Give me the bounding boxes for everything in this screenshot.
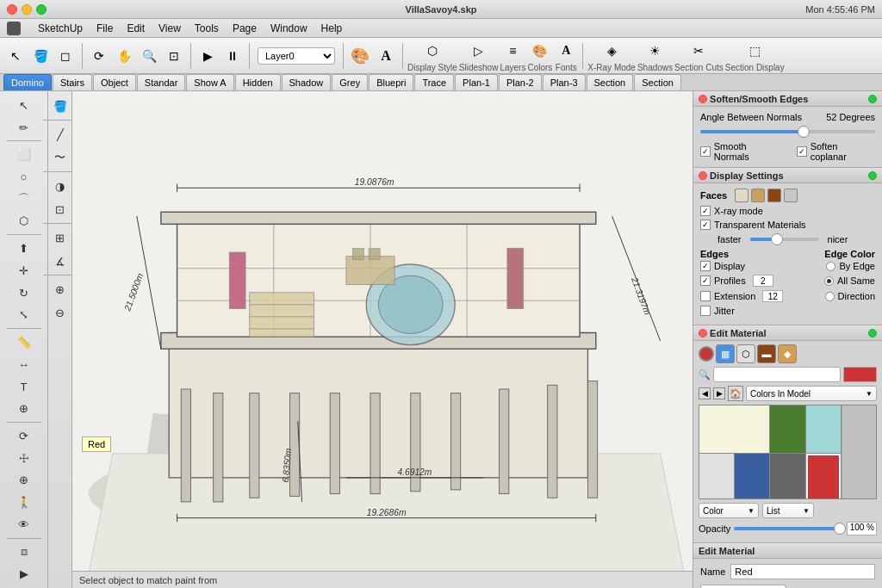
zoom-tool[interactable]: 🔍 <box>137 44 161 68</box>
tab-plan1[interactable]: Plan-1 <box>455 74 498 90</box>
minimize-button[interactable] <box>22 4 32 15</box>
tab-bluepri[interactable]: Bluepri <box>369 74 413 90</box>
extension-input[interactable] <box>762 290 783 302</box>
slider-thumb[interactable] <box>798 126 810 138</box>
tab-object[interactable]: Object <box>93 74 136 90</box>
zoom-out-tool[interactable]: ⊖ <box>49 301 71 324</box>
select-tool[interactable]: ↖ <box>3 44 28 68</box>
zoom-extents-tool[interactable]: ⊡ <box>162 44 186 68</box>
list-dropdown[interactable]: List ▼ <box>762 503 814 518</box>
pan-tool[interactable]: ✋ <box>112 44 136 68</box>
color-model-dropdown[interactable]: Colors In Model ▼ <box>746 386 877 401</box>
dim-tool[interactable]: ↔ <box>13 354 35 375</box>
swatch-light-grey[interactable] <box>699 454 734 499</box>
nav-back-btn[interactable]: ◀ <box>699 387 711 399</box>
section-tool[interactable]: ⧈ <box>13 542 35 563</box>
display-style-btn[interactable]: ⬡ <box>420 39 444 63</box>
font-btn[interactable]: A <box>374 44 398 68</box>
mat-brick-btn[interactable]: ▦ <box>716 344 735 363</box>
profiles-input[interactable] <box>753 275 773 287</box>
rect-tool[interactable]: ⬜ <box>13 144 35 165</box>
menu-edit[interactable]: Edit <box>127 22 145 34</box>
orbit-tool-left[interactable]: ⟳ <box>13 425 35 447</box>
maximize-button[interactable] <box>36 4 47 15</box>
tab-hidden[interactable]: Hidden <box>235 74 281 90</box>
lookaround-tool[interactable]: 👁 <box>13 514 35 535</box>
zoom-tool-left[interactable]: ⊕ <box>13 470 35 492</box>
pushpull-tool[interactable]: ⬆ <box>13 238 35 259</box>
mat-metal-btn[interactable]: ◆ <box>778 344 797 363</box>
nav-forward-btn[interactable]: ▶ <box>713 387 725 399</box>
proto-tool[interactable]: ⊞ <box>49 226 71 249</box>
mat-stone-btn[interactable]: ⬡ <box>736 344 755 363</box>
line-tool[interactable]: ╱ <box>49 123 71 145</box>
pause-btn[interactable]: ⏸ <box>220 44 245 68</box>
fonts-btn[interactable]: A <box>554 39 578 63</box>
tab-domino[interactable]: Domino <box>3 74 52 90</box>
window-controls[interactable] <box>7 4 47 15</box>
section-cuts-btn[interactable]: ✂ <box>686 39 711 63</box>
layers-btn[interactable]: ≡ <box>500 39 525 63</box>
xray-btn[interactable]: ◈ <box>599 39 624 63</box>
tab-plan3[interactable]: Plan-3 <box>543 74 586 90</box>
layer-dropdown[interactable]: Layer0 <box>258 47 335 65</box>
paint-tool[interactable]: 🪣 <box>28 44 53 68</box>
quality-slider[interactable] <box>750 233 819 245</box>
color-dropdown[interactable]: Color ▼ <box>699 503 759 518</box>
menu-help[interactable]: Help <box>321 22 343 34</box>
color-picker-btn[interactable]: 🎨 <box>348 44 372 68</box>
extension-cb[interactable] <box>700 291 711 301</box>
tab-shadow[interactable]: Shadow <box>282 74 332 90</box>
transparent-cb[interactable] <box>700 220 711 230</box>
material-search-input[interactable] <box>713 367 841 382</box>
jitter-cb[interactable] <box>700 306 711 316</box>
axes-tool[interactable]: ⊕ <box>13 398 35 419</box>
freehand-tool[interactable]: 〜 <box>49 146 71 169</box>
swatch-dark-grey[interactable] <box>770 454 804 499</box>
menu-view[interactable]: View <box>158 22 181 34</box>
name-input[interactable] <box>730 564 875 579</box>
arc-tool[interactable]: ⌒ <box>13 189 35 210</box>
pencil-tool[interactable]: ✏ <box>13 117 35 139</box>
tape-tool[interactable]: 📏 <box>13 331 35 353</box>
pan-tool-left[interactable]: ☩ <box>13 448 35 469</box>
walk-tool[interactable]: 🚶 <box>13 492 35 513</box>
smooth-normals-cb[interactable] <box>700 146 711 157</box>
opacity-thumb[interactable] <box>834 523 846 535</box>
menu-tools[interactable]: Tools <box>195 22 219 34</box>
shadows-btn[interactable]: ☀ <box>643 39 667 63</box>
erase-tool[interactable]: ◻ <box>53 44 78 68</box>
soften-coplanar-cb[interactable] <box>797 146 807 157</box>
rotate-tool[interactable]: ↻ <box>13 282 35 304</box>
xray-cb[interactable] <box>700 206 711 216</box>
tab-trace[interactable]: Trace <box>414 74 454 90</box>
offset-tool[interactable]: ⊡ <box>49 198 71 220</box>
menu-window[interactable]: Window <box>270 22 307 34</box>
angle-tool[interactable]: ∡ <box>49 250 71 272</box>
scale-tool[interactable]: ⤡ <box>13 305 35 326</box>
nav-home-btn[interactable]: 🏠 <box>728 386 743 401</box>
swatch-light-cyan[interactable] <box>806 405 841 453</box>
followme-tool[interactable]: ◑ <box>49 175 71 197</box>
zoom-in-tool[interactable]: ⊕ <box>49 278 71 300</box>
section-display-btn[interactable]: ⬚ <box>742 39 767 63</box>
tab-section1[interactable]: Section <box>587 74 634 90</box>
arrow-tool[interactable]: ↖ <box>13 95 35 116</box>
swatch-beige[interactable] <box>699 405 769 453</box>
soften-close-btn[interactable] <box>699 95 707 103</box>
swatch-dark-green[interactable] <box>770 405 804 453</box>
edit-mat-close-btn[interactable] <box>699 329 707 337</box>
mat-color-btn[interactable] <box>699 346 714 362</box>
tab-showa[interactable]: Show A <box>186 74 233 90</box>
mat-wood-btn[interactable]: ▬ <box>757 344 776 363</box>
orbit-tool[interactable]: ⟳ <box>87 44 111 68</box>
profiles-cb[interactable] <box>700 275 711 286</box>
opacity-value[interactable]: 100 % <box>847 522 877 535</box>
circle-tool[interactable]: ○ <box>13 166 35 188</box>
move-tool[interactable]: ✛ <box>13 260 35 282</box>
layer-selector[interactable]: Layer0 <box>258 47 335 65</box>
close-button[interactable] <box>7 4 17 15</box>
tab-stairs[interactable]: Stairs <box>53 74 92 90</box>
text-tool[interactable]: T <box>13 376 35 398</box>
by-edge-radio[interactable] <box>826 262 835 271</box>
